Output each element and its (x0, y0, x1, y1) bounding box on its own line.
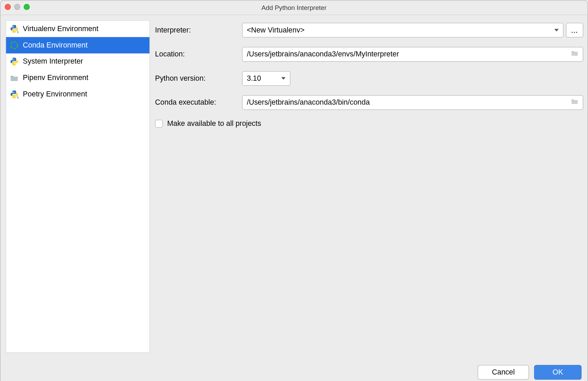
dialog-window: Add Python Interpreter V Virtualenv Envi… (0, 0, 588, 381)
interpreter-combo[interactable]: <New Virtualenv> (242, 23, 563, 38)
python-icon (10, 57, 18, 66)
make-available-checkbox[interactable] (155, 120, 163, 128)
make-available-row: Make available to all projects (155, 119, 583, 128)
sidebar-item-label: Poetry Environment (23, 90, 87, 98)
cancel-button-label: Cancel (492, 368, 515, 377)
sidebar-item-label: Virtualenv Environment (23, 25, 98, 33)
cancel-button[interactable]: Cancel (478, 365, 529, 380)
ok-button-label: OK (552, 368, 563, 377)
window-title: Add Python Interpreter (262, 4, 326, 11)
svg-point-4 (13, 58, 13, 59)
svg-point-1 (15, 31, 16, 32)
folder-icon (10, 74, 18, 82)
minimize-window-button[interactable] (14, 4, 21, 10)
conda-exec-input[interactable] (247, 98, 571, 107)
chevron-down-icon (554, 29, 559, 31)
svg-point-0 (13, 26, 13, 26)
interpreter-value: <New Virtualenv> (247, 26, 305, 35)
sidebar-item-poetry[interactable]: V Poetry Environment (6, 86, 150, 103)
svg-point-6 (13, 91, 13, 92)
sidebar-item-label: Pipenv Environment (23, 74, 89, 82)
sidebar-item-system[interactable]: System Interpreter (6, 53, 150, 70)
dialog-content: V Virtualenv Environment Conda Environme… (0, 15, 587, 360)
titlebar: Add Python Interpreter (0, 0, 587, 15)
python-icon: V (10, 25, 18, 33)
sidebar-item-label: Conda Environment (23, 41, 88, 50)
svg-point-7 (15, 97, 16, 98)
browse-folder-button[interactable] (571, 99, 579, 107)
interpreter-label: Interpreter: (155, 26, 242, 35)
dialog-footer: Cancel OK (0, 360, 587, 381)
location-input[interactable] (247, 50, 571, 58)
python-version-value: 3.10 (247, 74, 261, 83)
python-version-label: Python version: (155, 74, 242, 83)
interpreter-type-sidebar: V Virtualenv Environment Conda Environme… (5, 20, 150, 353)
conda-icon (10, 41, 18, 50)
python-icon: V (10, 90, 18, 98)
conda-exec-field-wrap (242, 95, 583, 110)
interpreter-more-button[interactable]: ... (566, 23, 583, 38)
sidebar-item-conda[interactable]: Conda Environment (6, 37, 150, 53)
location-row: Location: (155, 47, 583, 62)
sidebar-item-virtualenv[interactable]: V Virtualenv Environment (6, 21, 150, 37)
make-available-label: Make available to all projects (167, 119, 261, 128)
svg-point-5 (15, 64, 16, 65)
python-version-row: Python version: 3.10 (155, 71, 583, 86)
sidebar-item-label: System Interpreter (23, 57, 83, 66)
location-label: Location: (155, 50, 242, 58)
svg-text:V: V (17, 30, 18, 33)
form-panel: Interpreter: <New Virtualenv> ... Locati… (150, 15, 587, 360)
chevron-down-icon (281, 77, 286, 80)
svg-point-3 (11, 42, 18, 49)
browse-folder-button[interactable] (571, 50, 579, 58)
ok-button[interactable]: OK (534, 365, 582, 380)
ellipsis-icon: ... (571, 26, 578, 34)
svg-text:V: V (17, 96, 18, 99)
python-version-combo[interactable]: 3.10 (242, 71, 290, 86)
close-window-button[interactable] (5, 4, 11, 10)
maximize-window-button[interactable] (24, 4, 30, 10)
interpreter-row: Interpreter: <New Virtualenv> ... (155, 23, 583, 38)
location-field-wrap (242, 47, 583, 62)
conda-exec-row: Conda executable: (155, 95, 583, 110)
traffic-lights (5, 4, 30, 10)
conda-exec-label: Conda executable: (155, 98, 242, 107)
sidebar-item-pipenv[interactable]: Pipenv Environment (6, 70, 150, 86)
